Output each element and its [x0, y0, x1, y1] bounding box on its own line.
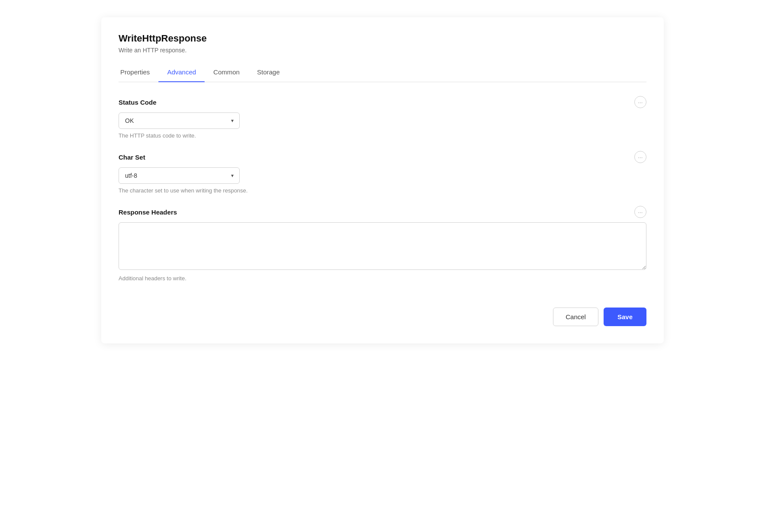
- tabs-nav: Properties Advanced Common Storage: [119, 64, 646, 82]
- response-headers-textarea[interactable]: [119, 222, 646, 270]
- response-headers-section: Response Headers ··· Additional headers …: [119, 206, 646, 282]
- status-code-select-wrapper: OK Created Accepted No Content Bad Reque…: [119, 112, 240, 129]
- tab-storage[interactable]: Storage: [248, 64, 289, 82]
- char-set-hint: The character set to use when writing th…: [119, 187, 646, 194]
- status-code-label: Status Code: [119, 99, 157, 106]
- response-headers-options-icon: ···: [638, 209, 643, 215]
- tab-common[interactable]: Common: [205, 64, 248, 82]
- bottom-actions: Cancel Save: [119, 308, 646, 326]
- char-set-options-button[interactable]: ···: [634, 151, 646, 163]
- save-button[interactable]: Save: [604, 308, 646, 326]
- char-set-select-wrapper: utf-8 utf-16 ascii iso-8859-1 ▾: [119, 167, 240, 184]
- char-set-options-icon: ···: [638, 154, 643, 160]
- char-set-select[interactable]: utf-8 utf-16 ascii iso-8859-1: [119, 167, 240, 184]
- response-headers-label: Response Headers: [119, 208, 177, 216]
- tab-advanced[interactable]: Advanced: [158, 64, 205, 82]
- status-code-header: Status Code ···: [119, 96, 646, 108]
- char-set-section: Char Set ··· utf-8 utf-16 ascii iso-8859…: [119, 151, 646, 194]
- modal-container: WriteHttpResponse Write an HTTP response…: [101, 17, 664, 343]
- char-set-label: Char Set: [119, 154, 145, 161]
- char-set-header: Char Set ···: [119, 151, 646, 163]
- cancel-button[interactable]: Cancel: [553, 308, 598, 326]
- tab-properties[interactable]: Properties: [119, 64, 158, 82]
- response-headers-header: Response Headers ···: [119, 206, 646, 218]
- response-headers-options-button[interactable]: ···: [634, 206, 646, 218]
- status-code-select[interactable]: OK Created Accepted No Content Bad Reque…: [119, 112, 240, 129]
- page-subtitle: Write an HTTP response.: [119, 47, 646, 54]
- page-title: WriteHttpResponse: [119, 33, 646, 44]
- status-code-section: Status Code ··· OK Created Accepted No C…: [119, 96, 646, 139]
- response-headers-hint: Additional headers to write.: [119, 275, 646, 282]
- options-icon: ···: [638, 99, 643, 106]
- status-code-hint: The HTTP status code to write.: [119, 132, 646, 139]
- status-code-options-button[interactable]: ···: [634, 96, 646, 108]
